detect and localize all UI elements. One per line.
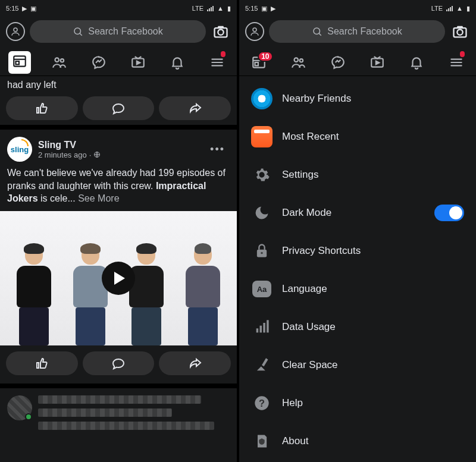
home-badge: 10 [258, 51, 273, 62]
menu-item-dark-mode[interactable]: Dark Mode [239, 194, 476, 232]
comment-icon [111, 356, 126, 370]
menu-label: Nearby Friends [282, 93, 351, 105]
menu-item-data-usage[interactable]: Data Usage [239, 308, 476, 346]
network-label: LTE [431, 5, 443, 12]
menu-label: Clear Space [282, 359, 338, 371]
camera-icon [452, 23, 468, 40]
tab-menu[interactable] [198, 49, 237, 76]
clear-space-icon [251, 354, 273, 376]
menu-label: Most Recent [282, 131, 339, 143]
menu-item-most-recent[interactable]: Most Recent [239, 118, 476, 156]
svg-rect-23 [263, 323, 265, 332]
post-author[interactable]: Sling TV [38, 140, 199, 150]
dark-mode-toggle[interactable] [434, 205, 464, 221]
video-person-4 [182, 244, 224, 345]
menu-item-settings[interactable]: Settings [239, 156, 476, 194]
tab-friends[interactable] [39, 49, 79, 76]
like-button[interactable] [6, 351, 78, 375]
post-time-row: 2 minutes ago · [38, 150, 199, 159]
profile-button[interactable] [245, 22, 264, 41]
menu-label: Dark Mode [282, 207, 331, 219]
menu-item-clear-space[interactable]: Clear Space [239, 346, 476, 384]
bell-icon [409, 55, 424, 70]
about-icon [251, 430, 273, 452]
tab-notifications[interactable] [158, 49, 197, 76]
news-feed[interactable]: had any left sling Sling TV 2 minutes ag… [0, 76, 237, 454]
video-person-1 [13, 244, 55, 345]
menu-item-language[interactable]: Aa Language [239, 270, 476, 308]
search-icon [312, 26, 322, 37]
watch-icon [369, 55, 385, 70]
camera-button[interactable] [450, 21, 470, 42]
svg-point-10 [253, 28, 256, 32]
tab-messenger[interactable] [79, 49, 118, 76]
menu-label: About [282, 435, 308, 447]
tab-bar: 10 [239, 49, 476, 76]
post-avatar[interactable]: sling [7, 137, 32, 162]
status-left: 5:15 ▶ ▣ [6, 5, 36, 12]
tab-home[interactable]: 10 [239, 49, 278, 76]
tab-friends[interactable] [278, 49, 318, 76]
tab-home[interactable] [0, 49, 39, 76]
data-usage-icon [251, 316, 273, 338]
share-icon [188, 356, 202, 370]
svg-rect-21 [256, 328, 259, 332]
tab-messenger[interactable] [318, 49, 358, 76]
status-right: LTE ▲ ▮ [192, 5, 231, 12]
tab-notifications[interactable] [397, 49, 436, 76]
menu-badge [220, 50, 227, 58]
tab-watch[interactable] [358, 49, 397, 76]
see-more-link[interactable]: See More [78, 193, 119, 203]
post-sling-tv: sling Sling TV 2 minutes ago · ••• We ca… [0, 130, 237, 384]
post-actions-2 [0, 345, 237, 380]
tab-menu[interactable] [437, 49, 476, 76]
youtube-icon: ▶ [271, 5, 275, 12]
menu-item-about[interactable]: About [239, 422, 476, 460]
language-badge-icon: Aa [252, 281, 271, 297]
svg-point-3 [218, 30, 223, 35]
person-icon [10, 26, 21, 37]
divider [0, 125, 237, 130]
svg-point-0 [14, 28, 17, 32]
svg-point-13 [457, 30, 462, 35]
dot-separator: · [89, 150, 92, 159]
share-button[interactable] [159, 351, 231, 375]
person-icon [249, 26, 260, 37]
home-feed-icon [12, 54, 27, 69]
camera-button[interactable] [211, 21, 231, 42]
menu-item-help[interactable]: ? Help [239, 384, 476, 422]
share-icon [188, 101, 202, 115]
menu-item-nearby-friends[interactable]: Nearby Friends [239, 80, 476, 118]
bell-icon [170, 55, 185, 70]
wifi-icon: ▲ [217, 5, 224, 12]
post-text: We can't believe we've already had 199 e… [0, 166, 237, 211]
svg-point-11 [314, 28, 320, 34]
blur-line [38, 422, 214, 430]
comment-button[interactable] [83, 351, 155, 375]
svg-rect-22 [260, 326, 262, 333]
search-input[interactable]: Search Facebook [30, 20, 206, 43]
share-button[interactable] [159, 96, 231, 120]
menu-item-privacy[interactable]: Privacy Shortcuts [239, 232, 476, 270]
menu-list[interactable]: Nearby Friends Most Recent Settings Dark… [239, 76, 476, 462]
play-button[interactable] [102, 262, 135, 295]
comment-button[interactable] [83, 96, 155, 120]
search-placeholder: Search Facebook [88, 26, 162, 37]
friends-icon [290, 55, 306, 70]
post-timestamp: 2 minutes ago [38, 150, 87, 159]
comment-icon [111, 101, 126, 115]
search-placeholder: Search Facebook [327, 26, 402, 37]
like-button[interactable] [6, 96, 78, 120]
svg-text:?: ? [259, 398, 265, 408]
tab-watch[interactable] [118, 49, 158, 76]
search-input[interactable]: Search Facebook [269, 20, 445, 43]
post-more-button[interactable]: ••• [205, 141, 230, 158]
svg-rect-15 [255, 62, 258, 65]
like-icon [35, 356, 49, 370]
svg-point-7 [61, 59, 64, 62]
status-time: 5:15 [245, 5, 258, 12]
profile-button[interactable] [6, 22, 25, 41]
menu-label: Settings [282, 169, 318, 181]
youtube-icon: ▶ [22, 5, 27, 12]
post-video[interactable] [0, 211, 237, 345]
